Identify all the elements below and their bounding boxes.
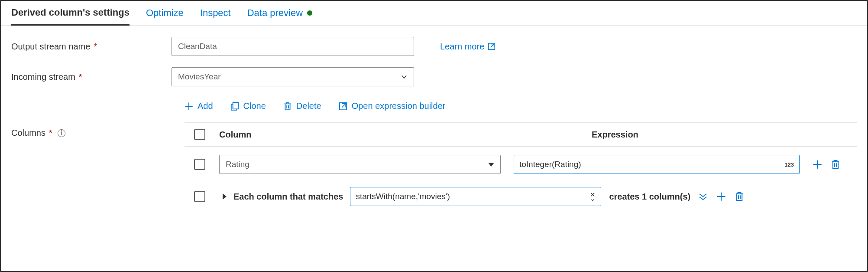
open-expression-builder-button[interactable]: Open expression builder [339, 101, 446, 111]
incoming-stream-value: MoviesYear [178, 72, 221, 82]
incoming-stream-select[interactable]: MoviesYear [172, 67, 414, 86]
expand-triangle-icon[interactable] [223, 193, 227, 200]
tab-data-preview[interactable]: Data preview [247, 7, 312, 25]
table-row: Rating toInteger(Rating) 123 [185, 147, 857, 182]
row-checkbox[interactable] [194, 159, 205, 170]
tab-data-preview-label: Data preview [247, 7, 303, 19]
columns-toolbar: Add Clone Delete [185, 98, 857, 118]
open-external-icon [339, 102, 347, 111]
learn-more-text: Learn more [440, 42, 484, 52]
caret-down-icon [488, 163, 494, 167]
output-stream-input[interactable] [172, 37, 414, 56]
delete-button[interactable]: Delete [283, 101, 321, 111]
clear-dropdown-icon[interactable]: ✕⌄ [590, 193, 596, 200]
expression-value: toInteger(Rating) [519, 160, 581, 169]
pattern-expression-value: startsWith(name,'movies') [356, 192, 450, 201]
tab-optimize[interactable]: Optimize [146, 7, 184, 25]
add-label: Add [198, 101, 213, 111]
type-badge: 123 [784, 161, 794, 168]
pattern-expression-input[interactable]: startsWith(name,'movies') ✕⌄ [350, 187, 601, 206]
incoming-stream-label-text: Incoming stream [11, 72, 75, 82]
expression-input[interactable]: toInteger(Rating) 123 [514, 155, 800, 174]
tab-settings[interactable]: Derived column's settings [11, 7, 130, 26]
column-header: Column [215, 130, 579, 140]
plus-icon [185, 102, 193, 111]
double-chevron-down-icon[interactable] [698, 193, 708, 200]
open-expr-label: Open expression builder [352, 101, 446, 111]
open-external-icon [488, 43, 496, 50]
columns-label-text: Columns [11, 128, 45, 138]
column-name-select[interactable]: Rating [219, 155, 501, 174]
status-indicator-icon [307, 10, 312, 16]
clone-icon [230, 102, 239, 111]
svg-rect-1 [233, 102, 238, 109]
columns-label: Columns * i [11, 128, 172, 138]
required-marker: * [79, 72, 82, 82]
expression-header: Expression [579, 130, 857, 140]
info-icon[interactable]: i [58, 129, 65, 137]
delete-row-icon[interactable] [831, 160, 840, 169]
clone-label: Clone [243, 101, 266, 111]
required-marker: * [94, 42, 97, 52]
columns-table-header: Column Expression [185, 123, 857, 147]
add-row-icon[interactable] [716, 192, 726, 201]
add-button[interactable]: Add [185, 101, 213, 111]
column-name-value: Rating [226, 160, 249, 169]
tab-bar: Derived column's settings Optimize Inspe… [1, 1, 867, 26]
delete-label: Delete [296, 101, 321, 111]
incoming-stream-label: Incoming stream * [11, 72, 172, 82]
required-marker: * [49, 128, 52, 138]
output-stream-input-field[interactable] [178, 42, 408, 51]
tab-inspect[interactable]: Inspect [200, 7, 231, 25]
pattern-suffix-label: creates 1 column(s) [609, 192, 690, 202]
chevron-down-icon [401, 73, 408, 80]
learn-more-link[interactable]: Learn more [440, 42, 496, 52]
output-stream-label: Output stream name * [11, 42, 172, 52]
add-row-icon[interactable] [813, 160, 822, 169]
row-checkbox[interactable] [194, 191, 205, 202]
trash-icon [283, 102, 292, 111]
clone-button[interactable]: Clone [230, 101, 266, 111]
column-pattern-row: Each column that matches startsWith(name… [185, 182, 857, 211]
pattern-prefix-label: Each column that matches [233, 192, 343, 202]
select-all-checkbox[interactable] [194, 129, 205, 140]
delete-row-icon[interactable] [735, 192, 744, 201]
output-stream-label-text: Output stream name [11, 42, 90, 52]
